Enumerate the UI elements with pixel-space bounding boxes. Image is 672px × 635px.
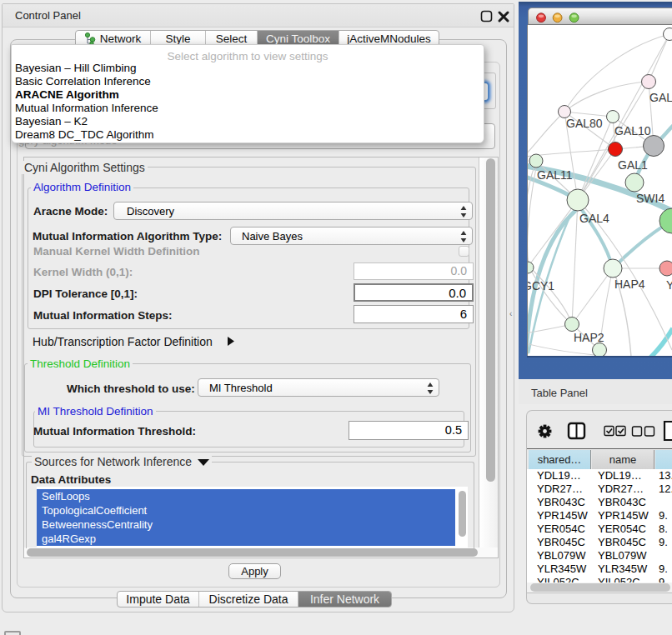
svg-text:SWI4: SWI4 [636, 192, 664, 205]
svg-text:GAL10: GAL10 [614, 124, 651, 138]
svg-text:HAP2: HAP2 [574, 331, 604, 344]
svg-text:GCY1: GCY1 [528, 279, 554, 292]
svg-text:GAL2: GAL2 [649, 91, 672, 104]
svg-text:YP: YP [666, 278, 672, 292]
svg-text:GAL11: GAL11 [537, 168, 573, 182]
svg-text:GAL80: GAL80 [566, 117, 603, 130]
svg-text:GAL1: GAL1 [618, 158, 648, 172]
svg-text:HAP4: HAP4 [614, 278, 645, 291]
svg-text:GAL4: GAL4 [579, 212, 609, 225]
